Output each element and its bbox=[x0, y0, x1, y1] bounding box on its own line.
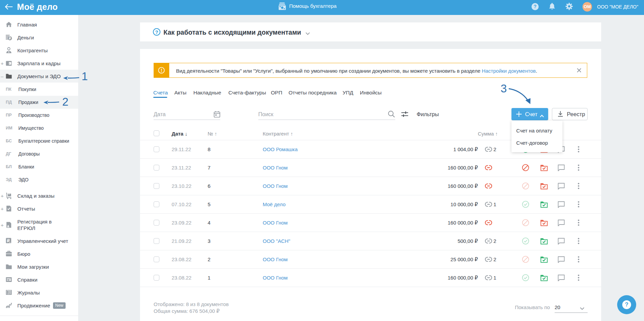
svg-text:₽: ₽ bbox=[9, 37, 11, 40]
svg-text:₽: ₽ bbox=[7, 238, 10, 243]
